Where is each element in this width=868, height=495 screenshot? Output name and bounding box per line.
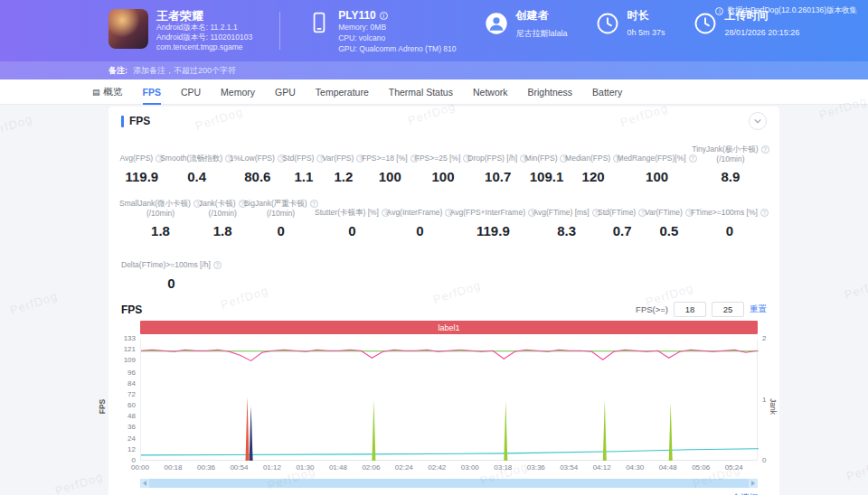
metric-value: 1.8 [213,223,232,238]
metric-value: 0 [726,223,733,238]
tab-概览[interactable]: ▤概览 [92,79,123,105]
x-tick: 02:24 [395,463,413,472]
overview-icon: ▤ [92,88,100,97]
x-tick: 02:06 [362,463,380,472]
metric-value: 0 [416,223,423,238]
notes-label: 备注: [108,65,127,77]
metric: FPS>=18 [%]?100 [363,143,417,184]
tab-label: CPU [181,87,201,98]
x-tick: 00:18 [164,463,182,472]
metric-label: SmallJank(微小卡顿) [119,199,191,209]
fps-panel: FPS Avg(FPS)?119.9Smooth(流畅指数)?0.41%Low(… [108,107,779,495]
metric-label: TinyJank(极小卡顿) [692,145,758,154]
chart-plot-area[interactable] [140,339,758,461]
metric: 1%Low(FPS)?80.6 [231,143,284,184]
x-tick: 01:48 [329,463,347,472]
metrics-row-2: SmallJank(微小卡顿)?(/10min)1.8Jank(卡顿)?(/10… [121,197,767,238]
collapse-panel-button[interactable] [749,112,767,130]
y-tick: 12 [127,446,136,453]
metric-label: Delta(FTime)>=100ms [/h] [121,260,211,270]
metric: Var(FTime)?0.5 [646,197,693,238]
metric-label: Avg(FTime) [ms] [533,208,589,218]
y-axis-left-ticks: 01224364860728496109121133 [118,339,136,461]
metric: Stutter(卡顿率) [%]?0 [316,197,388,238]
upload-time-icon [693,11,718,37]
scrollbar-left-arrow[interactable] [140,479,149,488]
metric-value: 1.2 [335,169,354,184]
app-version-name: Android版本名: 11.2.1.1 [156,23,252,33]
metric-label: Smooth(流畅指数) [160,154,222,163]
metric: Min(FPS)?109.1 [526,143,567,184]
y-tick: 48 [127,413,136,420]
watermark: PerfDog [843,274,868,302]
creator-value: 尼古拉斯lalala [516,28,568,40]
metric: Jank(卡顿)?(/10min)1.8 [200,197,245,238]
tab-brightness[interactable]: Brightness [527,79,572,105]
tab-temperature[interactable]: Temperature [316,79,369,105]
fps-chart: FPS Jank 01224364860728496109121133 012 … [140,339,758,473]
x-tick: 04:12 [593,463,611,472]
scrollbar-handle[interactable] [149,479,749,488]
info-icon[interactable]: ? [213,261,222,269]
tab-gpu[interactable]: GPU [275,79,296,105]
app-package: com.tencent.tmgp.sgame [156,42,252,52]
metric: Avg(FTime) [ms]?8.3 [534,197,599,238]
y-tick: 121 [124,346,136,353]
tab-battery[interactable]: Battery [592,79,622,105]
y-tick-right: 0 [762,457,766,464]
metric-label: Min(FPS) [525,154,558,163]
metric-label: Avg(InterFrame) [387,208,443,218]
header-divider [279,12,280,50]
app-name: 王者荣耀 [156,9,252,23]
info-icon[interactable]: i [380,12,388,20]
metric-label: Var(FPS) [323,154,354,163]
tab-network[interactable]: Network [473,79,508,105]
x-tick: 04:48 [659,463,677,472]
info-icon: i [715,7,723,15]
notes-bar[interactable]: 备注: 添加备注，不超过200个字符 [0,61,868,79]
metric-label: Stutter(卡顿率) [%] [315,208,379,218]
tab-label: Battery [592,87,622,98]
creator-info: 创建者 尼古拉斯lalala [484,9,568,40]
scrollbar-right-arrow[interactable] [749,479,758,488]
app-version-code: Android版本号: 1102010103 [156,33,252,42]
metric: Median(FPS)?120 [567,143,619,184]
label-banner: label1 [140,321,758,334]
metric-value: 1.8 [151,223,170,238]
tab-thermal-status[interactable]: Thermal Status [389,79,453,105]
fps-threshold-low-input[interactable] [674,302,706,317]
metric-value: 119.9 [125,169,158,184]
info-icon[interactable]: ? [760,209,769,217]
metric-value: 0 [167,276,175,291]
series-TinyJank [603,400,607,462]
metric: TinyJank(极小卡顿)?(/10min)8.9 [694,143,767,184]
metric-value: 100 [379,169,401,184]
x-tick: 00:00 [131,463,149,472]
device-model: PLY110 [338,9,376,22]
metric-sublabel: (/10min) [209,209,237,218]
metric-value: 100 [646,169,668,184]
collect-note: i 数据由PerfDog(12.0.260136)版本收集 [715,5,857,16]
metric-label: Std(FTime) [598,208,636,218]
metric-label: MedRange(FPS)[%] [618,154,686,163]
metric: Smooth(流畅指数)?0.4 [163,143,231,184]
tab-cpu[interactable]: CPU [181,79,201,105]
metric-label: BigJank(严重卡顿) [244,199,307,209]
panel-title-text: FPS [129,115,150,127]
series-TinyJank [372,400,375,462]
metric: FTime>=100ms [%]?0 [693,197,767,238]
metric-value: 0.5 [659,223,678,238]
tab-memory[interactable]: Memory [221,79,255,105]
chart-scrollbar[interactable] [140,479,758,488]
info-icon[interactable]: ? [761,145,769,154]
fps-threshold-high-input[interactable] [712,302,744,317]
watermark: PerfDog [8,289,60,317]
tab-fps[interactable]: FPS [143,79,161,105]
y-axis-left-title: FPS [98,398,107,414]
metric-label: Avg(FPS) [120,154,154,163]
metric-label: Drop(FPS) [/h] [467,154,517,163]
series-TinyJank [669,403,673,461]
fps-reset-link[interactable]: 重置 [750,304,767,315]
x-tick: 03:00 [461,463,479,472]
tab-bar: ▤概览FPSCPUMemoryGPUTemperatureThermal Sta… [0,79,868,105]
